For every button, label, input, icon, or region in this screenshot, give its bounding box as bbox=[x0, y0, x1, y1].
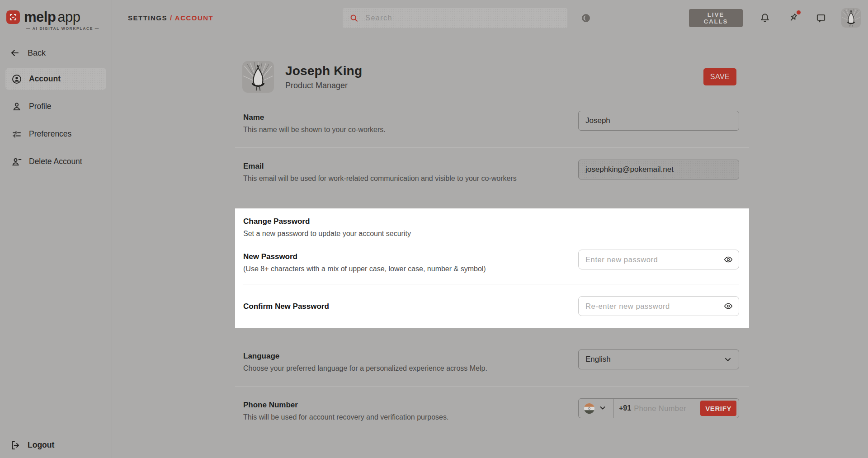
sidebar-item-label: Preferences bbox=[29, 129, 71, 139]
country-select[interactable] bbox=[579, 399, 613, 418]
sidebar-item-account[interactable]: Account bbox=[5, 68, 106, 90]
sidebar-nav: Account Profile Preferen bbox=[0, 68, 112, 173]
new-password-hint: (Use 8+ characters with a mix of upper c… bbox=[243, 265, 578, 273]
back-button[interactable]: Back bbox=[0, 45, 112, 61]
chat-icon[interactable] bbox=[815, 12, 827, 24]
confirm-password-row: Confirm New Password bbox=[243, 284, 739, 319]
user-name: Joseph King bbox=[285, 64, 362, 78]
name-description: This name will be shown to your co-worke… bbox=[243, 126, 578, 134]
phone-number-input[interactable] bbox=[634, 404, 698, 413]
app-title-bold: melp bbox=[24, 9, 56, 25]
main-area: SETTINGS/ ACCOUNT LIVE CALLS bbox=[112, 0, 868, 458]
change-password-description: Set a new password to update your accoun… bbox=[243, 230, 739, 238]
breadcrumb: SETTINGS/ ACCOUNT bbox=[128, 14, 213, 22]
chevron-down-icon bbox=[599, 404, 608, 413]
email-description: This email will be used for work-related… bbox=[243, 175, 578, 183]
name-label: Name bbox=[243, 113, 578, 122]
person-icon bbox=[11, 101, 22, 112]
app-root: melpapp — AI DIGITAL WORKPLACE — Back bbox=[0, 0, 868, 458]
dial-code: +91 bbox=[619, 404, 631, 412]
phone-input-group: +91 VERIFY bbox=[578, 398, 739, 418]
new-password-input[interactable] bbox=[578, 250, 739, 269]
app-title-light: app bbox=[57, 9, 80, 25]
show-password-eye-icon[interactable] bbox=[723, 301, 733, 311]
sidebar-item-preferences[interactable]: Preferences bbox=[5, 123, 106, 145]
name-input[interactable] bbox=[578, 111, 739, 131]
language-select[interactable]: English bbox=[578, 349, 739, 369]
logo: melpapp — AI DIGITAL WORKPLACE — bbox=[0, 0, 112, 31]
app-title: melpapp bbox=[24, 9, 80, 25]
name-row: Name This name will be shown to your co-… bbox=[235, 99, 749, 147]
sidebar: melpapp — AI DIGITAL WORKPLACE — Back bbox=[0, 0, 112, 458]
email-row: Email This email will be used for work-r… bbox=[235, 148, 749, 196]
language-selected-value: English bbox=[585, 355, 723, 364]
profile-avatar bbox=[242, 61, 274, 93]
language-description: Choose your preferred language for a per… bbox=[243, 364, 578, 373]
phone-row: Phone Number This will be used for accou… bbox=[235, 387, 749, 435]
phone-description: This will be used for account recovery a… bbox=[243, 413, 578, 421]
change-password-title: Change Password bbox=[243, 217, 739, 226]
profile-header: Joseph King Product Manager SAVE bbox=[235, 61, 749, 93]
new-password-label: New Password bbox=[243, 252, 578, 261]
dark-mode-toggle-icon[interactable] bbox=[580, 12, 592, 24]
notification-dot bbox=[797, 10, 801, 14]
user-role: Product Manager bbox=[285, 81, 362, 90]
confirm-password-input[interactable] bbox=[578, 296, 739, 316]
confirm-password-label: Confirm New Password bbox=[243, 302, 578, 311]
show-password-eye-icon[interactable] bbox=[723, 255, 733, 264]
language-row: Language Choose your preferred language … bbox=[235, 338, 749, 386]
sidebar-item-label: Delete Account bbox=[29, 157, 82, 166]
chevron-down-icon bbox=[723, 355, 732, 364]
sidebar-item-label: Account bbox=[29, 74, 61, 84]
breadcrumb-current: / ACCOUNT bbox=[170, 14, 213, 22]
account-circle-icon bbox=[11, 74, 22, 85]
logout-label: Logout bbox=[28, 440, 54, 450]
change-password-section: Change Password Set a new password to up… bbox=[235, 208, 749, 328]
phone-label: Phone Number bbox=[243, 401, 578, 410]
settings-content: Joseph King Product Manager SAVE Name Th… bbox=[112, 36, 868, 458]
pinned-items-icon[interactable] bbox=[787, 12, 799, 24]
save-button[interactable]: SAVE bbox=[703, 68, 736, 85]
sidebar-item-delete-account[interactable]: Delete Account bbox=[5, 151, 106, 173]
top-bar: SETTINGS/ ACCOUNT LIVE CALLS bbox=[112, 0, 868, 36]
user-avatar[interactable] bbox=[841, 8, 861, 28]
sidebar-item-profile[interactable]: Profile bbox=[5, 95, 106, 118]
breadcrumb-section: SETTINGS bbox=[128, 14, 167, 22]
search-input[interactable] bbox=[365, 14, 561, 22]
back-arrow-icon bbox=[9, 47, 20, 58]
sidebar-item-label: Profile bbox=[29, 102, 52, 111]
logout-button[interactable]: Logout bbox=[0, 432, 112, 458]
search-bar bbox=[343, 8, 567, 28]
language-label: Language bbox=[243, 352, 578, 361]
new-password-row: New Password (Use 8+ characters with a m… bbox=[243, 238, 739, 284]
verify-button[interactable]: VERIFY bbox=[700, 401, 736, 416]
notifications-bell-icon[interactable] bbox=[759, 12, 771, 24]
app-tagline: — AI DIGITAL WORKPLACE — bbox=[26, 26, 112, 31]
search-icon bbox=[349, 13, 359, 23]
logout-icon bbox=[10, 440, 21, 451]
melp-logo-icon bbox=[6, 10, 20, 24]
back-label: Back bbox=[28, 48, 46, 58]
live-calls-button[interactable]: LIVE CALLS bbox=[689, 9, 743, 27]
email-label: Email bbox=[243, 162, 578, 171]
india-flag-icon bbox=[584, 403, 594, 414]
email-input[interactable] bbox=[578, 160, 739, 179]
person-minus-icon bbox=[11, 156, 22, 167]
sliders-icon bbox=[11, 129, 22, 140]
